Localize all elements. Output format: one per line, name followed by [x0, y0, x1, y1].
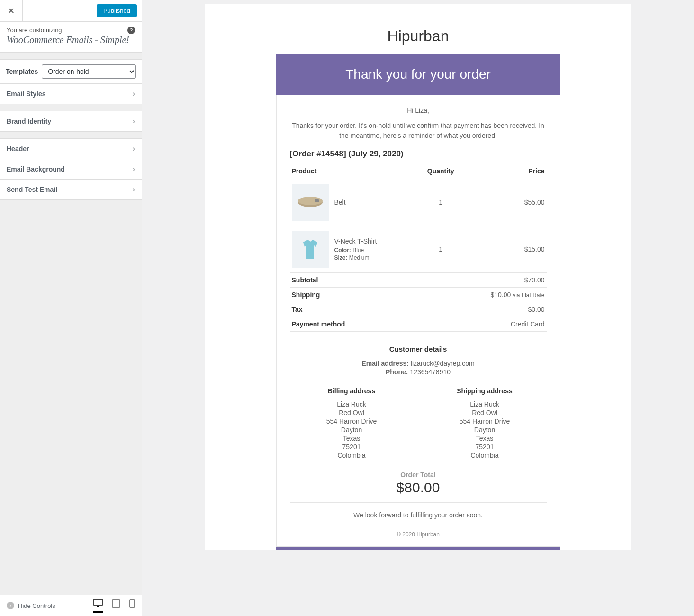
svg-rect-1	[97, 606, 99, 607]
meta-value: Medium	[349, 254, 370, 261]
customizer-sidebar: ✕ Published You are customizing WooComme…	[0, 0, 142, 616]
meta-value: Blue	[352, 247, 364, 254]
product-price: $15.00	[463, 226, 547, 273]
panel-send-test-email[interactable]: Send Test Email ›	[0, 180, 142, 200]
chevron-right-icon: ›	[133, 165, 135, 173]
panel-label: Email Background	[7, 165, 65, 173]
order-total-block: Order Total $80.00	[290, 467, 547, 503]
shipping-address: Shipping address Liza Ruck Red Owl 554 H…	[423, 387, 547, 460]
table-row: Belt 1 $55.00	[290, 179, 547, 226]
billing-address: Billing address Liza Ruck Red Owl 554 Ha…	[290, 387, 414, 460]
panel-label: Brand Identity	[7, 118, 51, 125]
total-label: Payment method	[290, 317, 463, 332]
collapse-icon: ‹	[7, 602, 14, 609]
product-name: V-Neck T-Shirt	[334, 237, 377, 245]
col-product: Product	[290, 163, 419, 179]
panel-header[interactable]: Header ›	[0, 138, 142, 159]
total-value: Credit Card	[463, 317, 547, 332]
brand-name: Hipurban	[205, 27, 631, 45]
addr-line: Colombia	[423, 452, 547, 459]
order-total-label: Order Total	[290, 471, 547, 479]
customizing-label: You are customizing	[7, 27, 135, 34]
closing-text: We look forward to fulfilling your order…	[290, 511, 547, 519]
customizing-info: You are customizing WooCommerce Emails -…	[0, 22, 142, 53]
billing-heading: Billing address	[290, 387, 414, 395]
copyright: © 2020 Hipurban	[290, 531, 547, 538]
order-heading: [Order #14548] (July 29, 2020)	[290, 149, 547, 159]
payment-row: Payment method Credit Card	[290, 317, 547, 332]
tablet-icon[interactable]	[112, 599, 120, 612]
customizing-title: WooCommerce Emails - Simple!	[7, 35, 135, 45]
hide-controls-button[interactable]: ‹ Hide Controls	[7, 602, 55, 609]
preview-area: Hipurban Thank you for your order Hi Liz…	[142, 0, 694, 616]
col-quantity: Quantity	[418, 163, 463, 179]
template-select[interactable]: Order on-hold	[42, 64, 136, 79]
email-value: lizaruck@dayrep.com	[411, 360, 475, 367]
addr-line: Liza Ruck	[423, 400, 547, 408]
addr-line: Texas	[290, 435, 414, 442]
addr-line: 75201	[290, 443, 414, 451]
shipping-row: Shipping $10.00 via Flat Rate	[290, 288, 547, 302]
device-switcher	[93, 599, 135, 613]
total-value: $10.00 via Flat Rate	[463, 288, 547, 302]
panel-label: Send Test Email	[7, 186, 57, 193]
panel-label: Email Styles	[7, 90, 46, 98]
meta-label: Color:	[334, 247, 351, 254]
intro-text: Thanks for your order. It's on-hold unti…	[290, 121, 547, 141]
total-value: $0.00	[463, 302, 547, 317]
desktop-icon[interactable]	[93, 599, 103, 613]
panel-label: Header	[7, 145, 29, 153]
phone-label: Phone:	[386, 368, 408, 376]
order-total-value: $80.00	[290, 480, 547, 496]
total-value: $70.00	[463, 273, 547, 288]
addr-line: Dayton	[423, 426, 547, 434]
customer-details: Customer details Email address: lizaruck…	[290, 345, 547, 376]
panel-email-styles[interactable]: Email Styles ›	[0, 84, 142, 104]
email-body: Hi Liza, Thanks for your order. It's on-…	[276, 95, 560, 547]
product-name: Belt	[334, 199, 346, 206]
email-banner: Thank you for your order	[276, 54, 560, 95]
total-label: Shipping	[290, 288, 463, 302]
customer-details-heading: Customer details	[290, 345, 547, 353]
panel-email-background[interactable]: Email Background ›	[0, 159, 142, 180]
order-table: Product Quantity Price Belt	[290, 163, 547, 332]
addr-line: 75201	[423, 443, 547, 451]
mobile-icon[interactable]	[129, 599, 135, 612]
product-price: $55.00	[463, 179, 547, 226]
addr-line: Colombia	[290, 452, 414, 459]
addr-line: 554 Harron Drive	[423, 417, 547, 425]
chevron-right-icon: ›	[133, 185, 135, 194]
greeting: Hi Liza,	[290, 107, 547, 114]
product-qty: 1	[418, 226, 463, 273]
col-price: Price	[463, 163, 547, 179]
addr-line: 554 Harron Drive	[290, 417, 414, 425]
phone-value: 12365478910	[410, 368, 451, 376]
close-icon: ✕	[8, 6, 15, 16]
subtotal-row: Subtotal $70.00	[290, 273, 547, 288]
email-preview: Hipurban Thank you for your order Hi Liz…	[205, 4, 631, 550]
chevron-right-icon: ›	[133, 117, 135, 126]
hide-controls-label: Hide Controls	[18, 602, 55, 609]
panel-brand-identity[interactable]: Brand Identity ›	[0, 111, 142, 132]
chevron-right-icon: ›	[133, 90, 135, 98]
total-label: Tax	[290, 302, 463, 317]
sidebar-footer: ‹ Hide Controls	[0, 595, 142, 616]
addr-line: Liza Ruck	[290, 400, 414, 408]
close-button[interactable]: ✕	[0, 0, 23, 22]
meta-label: Size:	[334, 254, 348, 261]
svg-rect-3	[130, 600, 135, 607]
addresses: Billing address Liza Ruck Red Owl 554 Ha…	[290, 387, 547, 460]
addr-line: Red Owl	[423, 409, 547, 417]
product-image	[292, 184, 329, 221]
templates-label: Templates	[6, 68, 38, 75]
chevron-right-icon: ›	[133, 145, 135, 153]
addr-line: Texas	[423, 435, 547, 442]
table-row: V-Neck T-Shirt Color: Blue Size: Medium …	[290, 226, 547, 273]
help-icon[interactable]: ?	[127, 27, 135, 34]
templates-row: Templates Order on-hold	[0, 59, 142, 84]
addr-line: Red Owl	[290, 409, 414, 417]
published-button[interactable]: Published	[97, 4, 137, 17]
shipping-heading: Shipping address	[423, 387, 547, 395]
email-bottom-bar	[276, 547, 560, 550]
product-qty: 1	[418, 179, 463, 226]
